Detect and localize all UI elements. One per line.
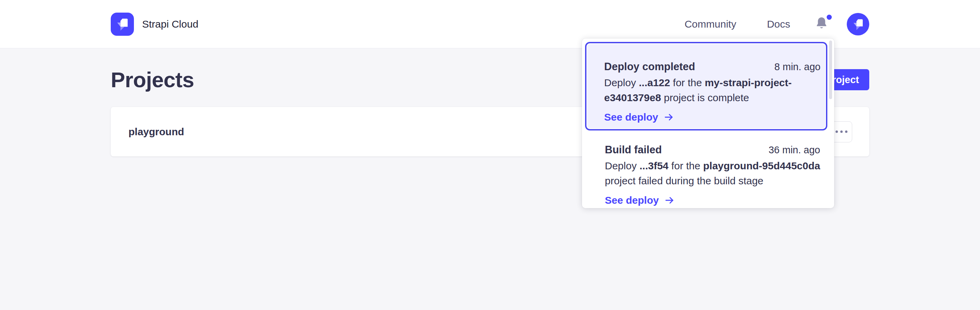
navbar-links: Community Docs bbox=[684, 13, 869, 35]
see-deploy-label: See deploy bbox=[604, 110, 658, 124]
arrow-right-icon bbox=[664, 195, 675, 206]
notification-item-deploy-completed[interactable]: Deploy completed 8 min. ago Deploy ...a1… bbox=[585, 42, 827, 130]
brand-name: Strapi Cloud bbox=[142, 18, 198, 30]
bell-icon bbox=[815, 16, 828, 32]
project-name: playground bbox=[129, 126, 184, 138]
unread-notification-dot bbox=[827, 15, 832, 20]
strapi-cloud-brand[interactable]: Strapi Cloud bbox=[111, 13, 198, 36]
notifications-bell-button[interactable] bbox=[814, 16, 829, 32]
panel-scrollbar-thumb[interactable] bbox=[829, 41, 832, 99]
see-deploy-link[interactable]: See deploy bbox=[605, 193, 675, 207]
ellipsis-icon bbox=[835, 130, 848, 133]
arrow-right-icon bbox=[663, 112, 675, 122]
nav-link-docs[interactable]: Docs bbox=[767, 18, 790, 30]
notification-title: Build failed bbox=[605, 143, 662, 157]
notification-timestamp: 36 min. ago bbox=[768, 143, 820, 157]
notification-timestamp: 8 min. ago bbox=[775, 60, 821, 74]
page-title: Projects bbox=[111, 67, 194, 92]
see-deploy-label: See deploy bbox=[605, 193, 659, 207]
notification-body: Deploy ...a122 for the my-strapi-project… bbox=[604, 75, 821, 105]
notifications-dropdown: Deploy completed 8 min. ago Deploy ...a1… bbox=[582, 38, 834, 208]
notification-item-build-failed[interactable]: Build failed 36 min. ago Deploy ...3f54 … bbox=[582, 130, 834, 207]
avatar-strapi-mark-icon bbox=[847, 13, 869, 35]
strapi-logo-icon bbox=[111, 13, 134, 36]
nav-link-community[interactable]: Community bbox=[684, 18, 737, 30]
user-avatar[interactable] bbox=[847, 13, 869, 35]
notification-body: Deploy ...3f54 for the playground-95d445… bbox=[605, 158, 820, 188]
notification-title: Deploy completed bbox=[604, 60, 695, 74]
see-deploy-link[interactable]: See deploy bbox=[604, 110, 675, 124]
